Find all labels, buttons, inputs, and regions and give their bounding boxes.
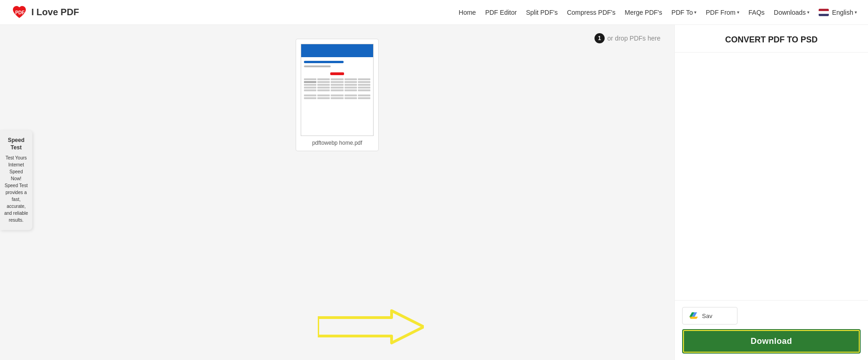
logo-icon: PDF — [11, 4, 28, 21]
thumb-cell — [317, 84, 330, 86]
thumb-cell — [304, 94, 316, 96]
pdf-card[interactable]: pdftowebp home.pdf — [296, 39, 379, 151]
thumb-sub-line — [304, 65, 331, 67]
thumb-cell — [317, 81, 330, 83]
thumb-cell — [317, 94, 330, 96]
downloads-arrow-icon: ▾ — [807, 10, 809, 15]
left-panel: 1 or drop PDFs here — [0, 25, 674, 360]
thumb-cell — [331, 81, 343, 83]
thumb-cell — [331, 97, 343, 99]
side-ad-text: Test YoursInternetSpeed Now!Speed Testpr… — [4, 154, 29, 224]
thumb-cell — [331, 94, 343, 96]
thumb-title-line — [304, 61, 344, 63]
right-panel-body — [675, 53, 868, 300]
thumb-cell — [304, 81, 316, 83]
thumb-table-2 — [304, 94, 370, 99]
thumb-cell — [317, 89, 330, 91]
thumb-cell — [331, 84, 343, 86]
thumb-cell — [345, 84, 357, 86]
main-nav: Home PDF Editor Split PDF's Compress PDF… — [459, 9, 857, 16]
thumb-cell — [331, 87, 343, 89]
thumb-cell — [358, 97, 370, 99]
main-container: 1 or drop PDFs here — [0, 25, 868, 360]
thumb-cell — [304, 87, 316, 89]
thumb-blue-bar — [301, 44, 373, 57]
thumb-cell — [345, 78, 357, 80]
nav-split-pdf[interactable]: Split PDF's — [526, 9, 558, 16]
thumb-cell — [358, 87, 370, 89]
logo-text: I Love PDF — [31, 7, 79, 18]
pdf-to-arrow-icon: ▾ — [694, 10, 696, 15]
thumb-cell — [317, 78, 330, 80]
google-drive-icon — [689, 311, 698, 320]
right-panel-title: CONVERT PDF TO PSD — [675, 25, 868, 53]
nav-home[interactable]: Home — [459, 9, 476, 16]
thumb-cell — [345, 97, 357, 99]
pdf-thumbnail — [301, 44, 374, 136]
thumb-cell — [345, 87, 357, 89]
side-ad-widget: Speed Test Test YoursInternetSpeed Now!S… — [0, 130, 32, 230]
nav-pdf-from[interactable]: PDF From ▾ — [706, 9, 739, 16]
thumb-cell — [358, 89, 370, 91]
nav-language[interactable]: English ▾ — [819, 9, 857, 16]
nav-faqs[interactable]: FAQs — [749, 9, 765, 16]
right-panel: CONVERT PDF TO PSD Sav Download — [674, 25, 868, 360]
thumb-cell — [331, 78, 343, 80]
thumb-cell — [345, 89, 357, 91]
thumb-cell — [345, 81, 357, 83]
pdf-from-arrow-icon: ▾ — [737, 10, 739, 15]
pdf-filename: pdftowebp home.pdf — [312, 140, 363, 146]
save-google-label: Sav — [702, 313, 712, 319]
save-to-google-drive-button[interactable]: Sav — [682, 307, 737, 325]
download-button[interactable]: Download — [682, 329, 861, 354]
file-count-badge: 1 — [595, 33, 605, 43]
thumb-cell — [358, 94, 370, 96]
thumb-cell — [358, 78, 370, 80]
thumb-cell — [317, 87, 330, 89]
thumb-cell — [358, 81, 370, 83]
us-flag-icon — [819, 9, 829, 16]
side-ad-title: Speed Test — [4, 136, 29, 152]
thumb-content — [301, 57, 373, 103]
logo-area[interactable]: PDF I Love PDF — [11, 4, 79, 21]
thumb-cell — [304, 89, 316, 91]
thumb-cell — [304, 97, 316, 99]
nav-downloads[interactable]: Downloads ▾ — [774, 9, 809, 16]
nav-compress-pdf[interactable]: Compress PDF's — [567, 9, 615, 16]
drop-hint-area: 1 or drop PDFs here — [595, 33, 660, 43]
svg-marker-1 — [318, 311, 424, 343]
thumb-cell — [358, 84, 370, 86]
thumb-cell — [317, 97, 330, 99]
drop-hint-text: or drop PDFs here — [607, 35, 660, 42]
thumb-cell — [345, 94, 357, 96]
svg-text:PDF: PDF — [15, 10, 24, 15]
right-panel-bottom: Sav Download — [675, 300, 868, 360]
language-arrow-icon: ▾ — [855, 10, 857, 15]
header: PDF I Love PDF Home PDF Editor Split PDF… — [0, 0, 868, 25]
nav-pdf-to[interactable]: PDF To ▾ — [672, 9, 696, 16]
nav-pdf-editor[interactable]: PDF Editor — [485, 9, 517, 16]
thumb-table — [304, 78, 370, 91]
yellow-arrow — [318, 308, 424, 347]
thumb-cell — [304, 84, 316, 86]
thumb-cell — [304, 78, 316, 80]
thumb-cell — [331, 89, 343, 91]
thumb-red-bar — [330, 72, 344, 75]
nav-merge-pdf[interactable]: Merge PDF's — [625, 9, 662, 16]
